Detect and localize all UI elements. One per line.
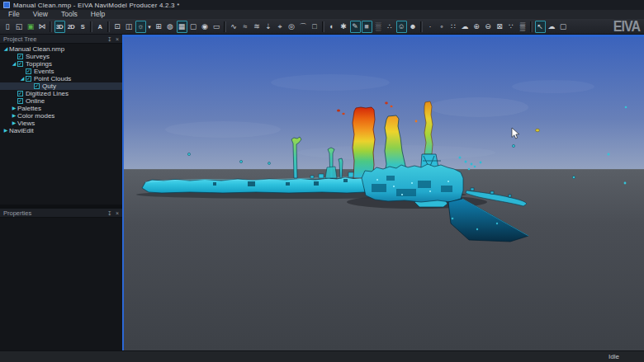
terrain-grid-button[interactable]: ▦ [177, 21, 187, 33]
mesh-net-button[interactable]: ⊠ [495, 21, 505, 33]
add-points-button[interactable]: ⊕ [471, 21, 482, 33]
expand-arrow-icon[interactable] [19, 75, 26, 82]
scale-bar-button[interactable]: ▭ [211, 21, 222, 33]
spray-select-button[interactable]: ░ [373, 21, 384, 33]
visibility-checkbox[interactable] [17, 98, 23, 104]
waypoint-button[interactable]: ⌖ [275, 21, 286, 33]
point-size-dim-button[interactable]: ∘ [437, 21, 447, 33]
visibility-checkbox[interactable] [17, 54, 23, 59]
tree-item-digitized-lines[interactable]: Digitized Lines [0, 90, 122, 97]
toolbar-separator [322, 21, 324, 32]
scatter-select-button[interactable]: ∴ [385, 21, 395, 33]
spray-dense-button[interactable]: ▒ [518, 21, 528, 33]
3d-viewport[interactable] [122, 35, 644, 350]
color-palette-button[interactable]: ✱ [339, 21, 349, 33]
visibility-checkbox[interactable] [17, 61, 23, 67]
brush-points-button[interactable]: ∵ [506, 21, 517, 33]
menu-bar: FileViewToolsHelp [0, 10, 644, 19]
profile-stacked-button[interactable]: ≈ [240, 21, 251, 33]
point-cloud-compute-button[interactable]: ☁ [460, 21, 471, 33]
accept-points-button[interactable]: ☺ [396, 21, 407, 33]
expand-arrow-icon[interactable] [2, 127, 9, 134]
tree-item-views[interactable]: Views [0, 120, 122, 127]
drop-marker-button[interactable]: ⇣ [263, 21, 274, 33]
eiva-logo: EIVA [613, 18, 640, 35]
wreck-pointcloud-scene [124, 37, 644, 350]
tree-item-label: Events [34, 68, 54, 75]
arc-tool-button[interactable]: ⌒ [298, 21, 309, 33]
expand-arrow-icon[interactable] [11, 105, 17, 112]
close-icon[interactable]: × [116, 35, 119, 43]
tree-item-manual-clean-nmp[interactable]: Manual Clean.nmp [0, 45, 122, 53]
tree-item-toppings[interactable]: Toppings [0, 60, 122, 68]
properties-body [0, 218, 122, 350]
toolbar-separator [90, 21, 92, 32]
properties-title: Properties [3, 209, 104, 217]
import-to-scene-button[interactable]: ⊡ [112, 21, 123, 33]
visibility-checkbox[interactable] [34, 83, 40, 89]
toolbar-separator [50, 21, 52, 32]
visibility-checkbox[interactable] [26, 76, 31, 82]
open-file-button[interactable]: ◱ [14, 21, 25, 33]
cloud-crop-button[interactable]: ▢ [558, 21, 569, 33]
pin-icon[interactable]: ↧ [107, 209, 112, 217]
wreck-funnel [353, 107, 375, 178]
point-size-small-button[interactable]: · [425, 21, 436, 33]
expand-arrow-icon[interactable] [11, 120, 17, 127]
properties-header: Properties ↧ × [0, 209, 122, 218]
edit-points-button[interactable]: ✎ [350, 21, 361, 33]
menu-help[interactable]: Help [84, 10, 111, 19]
tree-item-palettes[interactable]: Palettes [0, 105, 122, 112]
tree-item-online[interactable]: Online [0, 97, 122, 105]
reject-points-button[interactable]: ☻ [408, 21, 419, 33]
window-title: Manual Clean.nmp - EIVA NaviModel Produc… [13, 2, 180, 9]
geodetic-view-button[interactable]: ◍ [165, 21, 176, 33]
annotation-tool-button[interactable]: A [95, 21, 106, 33]
bounding-box-button[interactable]: ◫ [124, 21, 135, 33]
close-icon[interactable]: × [116, 209, 119, 217]
grid-button[interactable]: ⊞ [154, 21, 164, 33]
waypoint-target-button[interactable]: ◎ [286, 21, 297, 33]
rectangle-tool-button[interactable]: □ [310, 21, 320, 33]
expand-arrow-icon[interactable] [11, 60, 17, 68]
expand-arrow-icon[interactable] [11, 112, 17, 120]
expand-arrow-icon[interactable] [2, 45, 9, 53]
menu-file[interactable]: File [2, 10, 26, 19]
tree-item-quty[interactable]: Quty [0, 82, 122, 90]
view-single-button[interactable]: S [78, 21, 88, 33]
save-file-button[interactable]: ▣ [26, 21, 36, 33]
status-bar: Idle [0, 350, 644, 362]
viewport-capture-button[interactable]: ▢ [188, 21, 199, 33]
tree-item-surveys[interactable]: Surveys [0, 53, 122, 60]
select-cursor-button[interactable]: ↖ [535, 21, 546, 33]
visibility-checkbox[interactable] [26, 68, 31, 74]
view-3d-button[interactable]: 3D [54, 21, 65, 33]
tree-item-color-modes[interactable]: Color modes [0, 112, 122, 120]
menu-tools[interactable]: Tools [54, 10, 84, 19]
connect-device-button[interactable]: ⋈ [37, 21, 48, 33]
select-square-button[interactable]: ■ [362, 21, 372, 33]
tree-item-events[interactable]: Events [0, 68, 122, 75]
toolbar-separator [530, 21, 533, 32]
tree-item-naviedit[interactable]: NaviEdit [0, 127, 122, 134]
lighting-options-dropdown-button[interactable]: ▾ [147, 21, 153, 33]
cloud-add-button[interactable]: ☁ [547, 21, 557, 33]
xyz-points-button[interactable]: ∷ [448, 21, 459, 33]
tree-item-point-clouds[interactable]: Point Clouds [0, 75, 122, 82]
lighting-button[interactable]: ☼ [135, 21, 146, 33]
tree-item-label: Toppings [26, 60, 52, 68]
view-2d-button[interactable]: 2D [66, 21, 77, 33]
visibility-checkbox[interactable] [17, 91, 23, 96]
brightness-button[interactable]: ◐ [327, 21, 338, 33]
left-dock: Project Tree ↧ × Manual Clean.nmp Su [0, 35, 122, 350]
new-file-button[interactable]: ▯ [2, 21, 13, 33]
tree-item-label: Views [17, 120, 35, 127]
menu-view[interactable]: View [26, 10, 54, 19]
profile-view-button[interactable]: ∿ [229, 21, 239, 33]
pin-icon[interactable]: ↧ [107, 35, 112, 43]
remove-points-button[interactable]: ⊖ [483, 21, 494, 33]
project-tree-panel: Project Tree ↧ × Manual Clean.nmp Su [0, 35, 122, 205]
profile-multi-button[interactable]: ≋ [252, 21, 263, 33]
camera-button[interactable]: ◉ [200, 21, 211, 33]
project-tree: Manual Clean.nmp Surveys Toppings [0, 44, 122, 205]
